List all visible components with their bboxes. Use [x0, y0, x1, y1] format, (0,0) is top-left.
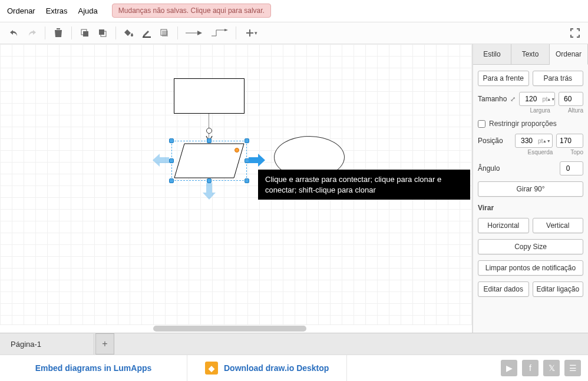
tab-ordenar[interactable]: Ordenar [550, 44, 588, 65]
page-tabs: Página-1 + [0, 333, 588, 355]
copy-size-button[interactable]: Copy Size [478, 239, 583, 254]
width-field[interactable] [520, 95, 542, 103]
menu-ordenar[interactable]: Ordenar [7, 6, 35, 15]
unsaved-changes-notice[interactable]: Mudanças não salvas. Clique aqui para sa… [112, 4, 271, 18]
separator [115, 26, 116, 39]
rss-icon[interactable]: ☰ [564, 360, 581, 376]
to-back-button[interactable] [94, 25, 111, 41]
topo-label: Topo [570, 149, 583, 155]
width-input[interactable]: pt ▲▼ [519, 92, 554, 106]
toolbar: ▾ [0, 22, 588, 44]
pos-x-field[interactable] [516, 137, 538, 145]
angulo-label: Ângulo [478, 164, 500, 173]
stepper-icon[interactable]: ▲▼ [547, 97, 554, 101]
separator [71, 26, 72, 39]
height-field[interactable] [559, 95, 577, 103]
download-label: Download draw.io Desktop [224, 363, 329, 373]
esquerda-label: Esquerda [528, 149, 553, 155]
clear-waypoints-button[interactable]: Limpar pontos de notificação [478, 260, 583, 276]
to-front-button[interactable]: Para a frente [478, 71, 529, 86]
format-panel-tabs: Estilo Texto Ordenar [473, 44, 588, 65]
add-button[interactable]: ▾ [241, 25, 262, 41]
height-input[interactable] [559, 92, 583, 106]
menu-extras[interactable]: Extras [46, 6, 68, 15]
redo-button[interactable] [24, 25, 40, 41]
edit-link-button[interactable]: Editar ligação [533, 281, 584, 297]
separator [45, 26, 45, 39]
youtube-icon[interactable]: ▶ [501, 360, 517, 376]
resize-handle-sw[interactable] [169, 178, 174, 183]
pos-x-input[interactable]: pt ▲▼ [515, 134, 553, 148]
connect-arrow-down-icon[interactable] [203, 183, 216, 200]
rotate-90-button[interactable]: Girar 90° [478, 181, 583, 197]
connector-endpoint-icon[interactable] [206, 128, 212, 134]
waypoint-style-button[interactable] [207, 25, 231, 41]
tab-texto[interactable]: Texto [511, 44, 550, 64]
embed-label: Embed diagrams in LumApps [35, 363, 152, 373]
fullscreen-button[interactable] [567, 25, 583, 41]
connection-style-button[interactable] [183, 25, 206, 41]
largura-label: Largura [530, 107, 550, 114]
rotate-handle[interactable] [234, 148, 239, 153]
pos-y-input[interactable] [556, 134, 583, 148]
resize-handle-n[interactable] [207, 138, 212, 143]
resize-handle-ne[interactable] [245, 138, 249, 143]
footer-bar: Embed diagrams in LumApps ◆ Download dra… [0, 355, 588, 381]
virar-section: Virar [478, 204, 583, 212]
autosize-icon[interactable]: ⤢ [510, 95, 516, 103]
connection-tooltip: Clique e arraste para contectar; clique … [258, 170, 470, 200]
svg-rect-1 [83, 31, 88, 37]
angle-field[interactable] [560, 164, 576, 173]
menubar: Ordenar Extras Ajuda Mudanças não salvas… [0, 0, 588, 22]
format-panel: Estilo Texto Ordenar Para a frente Para … [473, 44, 588, 333]
to-back-button[interactable]: Para trás [533, 71, 584, 86]
flip-vertical-button[interactable]: Vertical [533, 218, 584, 233]
pos-y-field[interactable] [557, 137, 574, 145]
svg-rect-4 [143, 37, 151, 38]
edit-data-button[interactable]: Editar dados [478, 281, 529, 297]
tab-estilo[interactable]: Estilo [473, 44, 511, 64]
separator [236, 26, 236, 39]
scrollbar-thumb[interactable] [153, 326, 306, 332]
constrain-label: Restringir proporções [489, 120, 557, 128]
resize-handle-nw[interactable] [169, 138, 174, 143]
connect-arrow-right-icon[interactable] [249, 154, 265, 167]
undo-button[interactable] [6, 25, 22, 41]
shadow-button[interactable] [156, 25, 173, 41]
twitter-icon[interactable]: 𝕏 [543, 360, 560, 376]
angle-input[interactable] [560, 161, 583, 175]
menu-ajuda[interactable]: Ajuda [78, 6, 98, 15]
resize-handle-w[interactable] [169, 158, 174, 163]
tamanho-label: Tamanho [478, 95, 507, 103]
flip-horizontal-button[interactable]: Horizontal [478, 218, 529, 233]
svg-rect-3 [99, 29, 104, 35]
posicao-label: Posição [478, 137, 503, 145]
social-links: ▶ f 𝕏 ☰ [494, 360, 588, 376]
resize-handle-s[interactable] [207, 178, 212, 183]
horizontal-scrollbar[interactable] [0, 324, 472, 333]
drawio-logo-icon: ◆ [205, 362, 218, 375]
constrain-checkbox[interactable] [478, 120, 485, 128]
shape-rectangle[interactable] [174, 78, 245, 114]
page-tab-1[interactable]: Página-1 [0, 334, 94, 355]
selection-outline [171, 141, 247, 181]
altura-label: Altura [568, 107, 583, 114]
add-page-button[interactable]: + [95, 333, 114, 355]
fill-color-button[interactable] [121, 25, 137, 41]
delete-button[interactable] [50, 25, 67, 41]
connect-arrow-left-icon[interactable] [153, 154, 169, 167]
download-desktop-link[interactable]: ◆ Download draw.io Desktop [187, 355, 347, 381]
to-front-button[interactable] [77, 25, 93, 41]
canvas[interactable]: Clique e arraste para contectar; clique … [0, 44, 473, 333]
facebook-icon[interactable]: f [522, 360, 539, 376]
main-area: Clique e arraste para contectar; clique … [0, 44, 588, 333]
separator [177, 26, 178, 39]
format-panel-body: Para a frente Para trás Tamanho ⤢ pt ▲▼ [473, 65, 588, 303]
line-color-button[interactable] [138, 25, 155, 41]
embed-lumapps-link[interactable]: Embed diagrams in LumApps [0, 355, 187, 381]
stepper-icon[interactable]: ▲▼ [543, 139, 550, 143]
resize-handle-se[interactable] [245, 178, 249, 183]
